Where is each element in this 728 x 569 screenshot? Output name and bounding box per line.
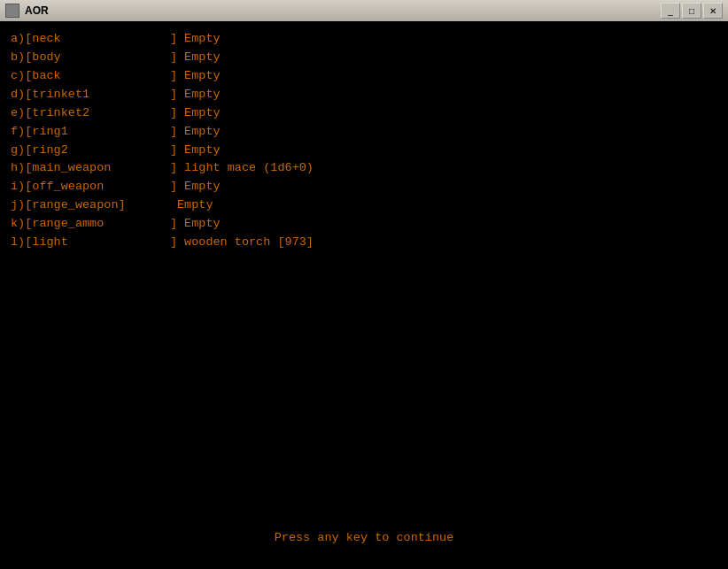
maximize-button[interactable]: □ <box>682 3 701 19</box>
equip-sep-5: ] <box>170 123 177 142</box>
window-title: AOR <box>25 4 49 17</box>
app-icon <box>5 4 19 18</box>
title-bar: AOR _ □ ✕ <box>0 0 728 21</box>
table-row: g)[ring2 ]Empty <box>11 142 717 160</box>
table-row: i)[off_weapon ]Empty <box>11 178 717 196</box>
equip-key-9: j)[range_weapon] <box>11 196 170 215</box>
equip-key-5: f)[ring1 <box>11 123 170 142</box>
equip-sep-6: ] <box>170 142 177 160</box>
equip-sep-0: ] <box>170 30 177 49</box>
table-row: f)[ring1 ]Empty <box>11 123 717 142</box>
table-row: k)[range_ammo ]Empty <box>11 215 717 234</box>
equip-key-8: i)[off_weapon <box>11 178 170 196</box>
equip-value-5: Empty <box>184 123 221 142</box>
equip-value-10: Empty <box>184 215 221 234</box>
table-row: c)[back ]Empty <box>11 67 717 86</box>
equipment-list: a)[neck ]Emptyb)[body ]Emptyc)[back ]Emp… <box>11 30 717 531</box>
equip-value-4: Empty <box>184 104 221 123</box>
table-row: d)[trinket1 ]Empty <box>11 86 717 104</box>
equip-key-6: g)[ring2 <box>11 142 170 160</box>
equip-key-2: c)[back <box>11 67 170 86</box>
press-any-key-label: Press any key to continue <box>11 531 717 560</box>
table-row: e)[trinket2 ]Empty <box>11 104 717 123</box>
equip-sep-3: ] <box>170 86 177 104</box>
table-row: b)[body ]Empty <box>11 49 717 67</box>
equip-sep-11: ] <box>170 234 177 252</box>
equip-key-7: h)[main_weapon <box>11 159 170 178</box>
equip-value-0: Empty <box>184 30 221 49</box>
table-row: l)[light ]wooden torch [973] <box>11 234 717 252</box>
equip-value-8: Empty <box>184 178 221 196</box>
equip-sep-4: ] <box>170 104 177 123</box>
title-bar-left: AOR <box>5 4 49 18</box>
equip-value-1: Empty <box>184 49 221 67</box>
equip-key-3: d)[trinket1 <box>11 86 170 104</box>
equip-sep-1: ] <box>170 49 177 67</box>
equip-key-0: a)[neck <box>11 30 170 49</box>
equip-key-10: k)[range_ammo <box>11 215 170 234</box>
equip-key-4: e)[trinket2 <box>11 104 170 123</box>
equip-value-11: wooden torch [973] <box>184 234 314 252</box>
window-controls: _ □ ✕ <box>661 3 723 19</box>
equip-key-1: b)[body <box>11 49 170 67</box>
equip-value-7: light mace (1d6+0) <box>184 159 314 178</box>
equip-value-6: Empty <box>184 142 221 160</box>
equip-sep-2: ] <box>170 67 177 86</box>
close-button[interactable]: ✕ <box>703 3 723 19</box>
equip-sep-10: ] <box>170 215 177 234</box>
equip-value-2: Empty <box>184 67 221 86</box>
table-row: j)[range_weapon]Empty <box>11 196 717 215</box>
table-row: a)[neck ]Empty <box>11 30 717 49</box>
equip-sep-8: ] <box>170 178 177 196</box>
equip-sep-7: ] <box>170 159 177 178</box>
equip-value-3: Empty <box>184 86 221 104</box>
equip-value-9: Empty <box>177 196 213 215</box>
table-row: h)[main_weapon ]light mace (1d6+0) <box>11 159 717 178</box>
equip-key-11: l)[light <box>11 234 170 252</box>
minimize-button[interactable]: _ <box>661 3 680 19</box>
terminal-window: a)[neck ]Emptyb)[body ]Emptyc)[back ]Emp… <box>0 21 728 569</box>
